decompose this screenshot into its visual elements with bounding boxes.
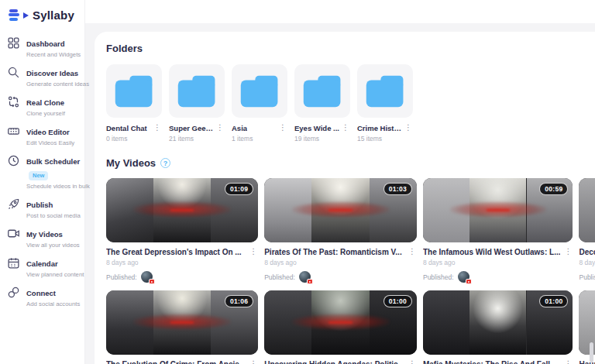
folder-kebab-menu-icon[interactable]: ⋮ [341, 124, 350, 132]
folder-kebab-menu-icon[interactable]: ⋮ [153, 124, 162, 132]
sidebar-item-bulk-scheduler[interactable]: Bulk SchedulerNew Schedule videos in bul… [7, 153, 81, 190]
video-kebab-menu-icon[interactable]: ⋮ [408, 248, 417, 256]
video-kebab-menu-icon[interactable]: ⋮ [249, 248, 258, 256]
duration-badge: 01:03 [383, 183, 412, 195]
folder-name: Asia [232, 124, 247, 132]
folder-tile[interactable] [357, 64, 413, 118]
video-kebab-menu-icon[interactable]: ⋮ [408, 360, 417, 364]
nav-sublabel: Clone yourself [26, 110, 65, 117]
video-thumbnail[interactable]: 01:09 [106, 178, 258, 242]
sidebar-item-discover-ideas[interactable]: Discover Ideas Generate content ideas [7, 65, 81, 88]
duration-badge: 01:00 [383, 295, 412, 307]
video-thumbnail[interactable]: 01:00 [423, 290, 573, 355]
folder-kebab-menu-icon[interactable]: ⋮ [404, 124, 413, 132]
folder-tile[interactable] [169, 64, 225, 118]
duration-badge: 00:59 [539, 183, 568, 195]
sidebar-item-dashboard[interactable]: Dashboard Recent and Widgets [7, 36, 81, 58]
nav-label: My Videos [26, 230, 63, 239]
published-label: Published: [423, 273, 454, 281]
syllaby-logo-icon [9, 9, 20, 22]
folder-item-count: 21 items [169, 135, 225, 143]
nav-sublabel: Edit Videos Easily [26, 139, 74, 146]
folders-row: Dental Chat ⋮ 0 items Super Geek ... ⋮ 2… [106, 64, 589, 143]
video-kebab-menu-icon[interactable]: ⋮ [249, 360, 258, 364]
sidebar-item-my-videos[interactable]: My Videos View all your videos [7, 226, 81, 249]
nav-sublabel: Post to social media [26, 212, 81, 219]
nav-sublabel: Recent and Widgets [26, 51, 81, 58]
video-thumbnail[interactable]: 00:59 [579, 178, 595, 242]
sidebar-item-connect[interactable]: Connect Add social accounts [7, 285, 81, 307]
folder-card: Dental Chat ⋮ 0 items [106, 64, 162, 143]
video-title: Decoding The Zodiac: Unsolved Mys... [579, 248, 595, 256]
video-kebab-menu-icon[interactable]: ⋮ [563, 360, 573, 364]
video-camera-icon [7, 227, 20, 240]
folder-card: Asia ⋮ 1 items [232, 64, 287, 143]
folder-kebab-menu-icon[interactable]: ⋮ [215, 124, 225, 132]
red-title-glow [450, 201, 546, 218]
clock-icon [7, 154, 20, 167]
my-videos-heading: My Videos [106, 157, 156, 169]
nav-label: Discover Ideas [26, 69, 78, 77]
video-kebab-menu-icon[interactable]: ⋮ [563, 248, 573, 256]
sidebar-item-real-clone[interactable]: Real Clone Clone yourself [7, 94, 81, 117]
video-thumbnail[interactable]: 00:59 [423, 178, 573, 242]
folder-kebab-menu-icon[interactable]: ⋮ [278, 124, 287, 132]
duration-badge: 01:06 [225, 295, 253, 307]
nav-label: Real Clone [26, 98, 64, 107]
folder-tile[interactable] [232, 64, 287, 118]
youtube-badge-icon [307, 279, 313, 284]
syllaby-logo[interactable]: Syllaby [0, 0, 84, 22]
video-thumbnail[interactable]: 01:03 [264, 178, 417, 242]
folder-card: Crime History ⋮ 15 items [357, 64, 413, 143]
link-chain-icon [7, 286, 20, 299]
folder-icon [302, 75, 342, 108]
folder-name: Super Geek ... [169, 124, 215, 132]
video-card: 00:59 Decoding The Zodiac: Unsolved Mys.… [579, 178, 595, 283]
video-card: 01:06 The Evolution Of Crime: From Ancie… [106, 290, 258, 364]
folder-name: Eyes Wide ... [294, 124, 339, 132]
scrollbar-thumb[interactable] [590, 342, 593, 362]
nav-sublabel: View planned content [26, 271, 84, 278]
red-title-glow [292, 201, 390, 218]
sidebar: Syllaby Dashboard Recent and Widgets Dis… [0, 0, 85, 364]
folder-tile[interactable] [294, 64, 350, 118]
duration-badge: 01:09 [225, 183, 253, 195]
channel-avatar[interactable] [458, 271, 469, 283]
sidebar-item-video-editor[interactable]: Video Editor Edit Videos Easily [7, 124, 81, 146]
dashboard-icon [7, 36, 20, 50]
clone-swap-icon [7, 95, 20, 108]
nav-sublabel: Generate content ideas [26, 81, 89, 88]
folder-tile[interactable] [106, 64, 162, 118]
main-background: Folders Dental Chat ⋮ 0 items Super [85, 23, 595, 364]
red-title-glow [133, 201, 231, 218]
folder-card: Super Geek ... ⋮ 21 items [169, 64, 225, 143]
video-card: 01:00 Uncovering Hidden Agendas: Politic… [264, 290, 417, 364]
video-card: 00:59 The Infamous Wild West Outlaws: L.… [423, 178, 573, 283]
folder-item-count: 1 items [232, 135, 287, 143]
nav-label: Bulk Scheduler [26, 157, 80, 166]
video-card: 01:03 Pirates Of The Past: Romanticism V… [264, 178, 417, 283]
sidebar-item-publish[interactable]: Publish Post to social media [7, 197, 81, 219]
folder-name: Dental Chat [106, 124, 147, 132]
channel-avatar[interactable] [299, 271, 311, 283]
video-title: The Evolution Of Crime: From Ancie... [106, 360, 246, 364]
nav-sublabel: View all your videos [26, 242, 80, 249]
video-thumbnail[interactable]: 01:00 [264, 290, 417, 355]
new-badge: New [29, 171, 48, 180]
nav-label: Video Editor [26, 128, 70, 136]
published-label: Published: [579, 273, 595, 281]
search-icon [7, 66, 20, 79]
video-title: Uncovering Hidden Agendas: Politic... [264, 360, 404, 364]
videos-grid: 01:09 The Great Depression's Impact On .… [106, 178, 589, 364]
video-thumbnail[interactable]: 01:06 [106, 290, 258, 355]
help-icon[interactable]: ? [160, 158, 170, 168]
folder-item-count: 15 items [357, 135, 413, 143]
folder-icon [177, 75, 217, 108]
published-label: Published: [264, 273, 295, 281]
sidebar-item-calendar[interactable]: Calendar View planned content [7, 256, 81, 278]
red-title-glow [133, 314, 231, 331]
video-age: 8 days ago [579, 259, 595, 266]
video-age: 8 days ago [106, 259, 258, 266]
youtube-badge-icon [466, 279, 472, 284]
channel-avatar[interactable] [141, 271, 153, 283]
